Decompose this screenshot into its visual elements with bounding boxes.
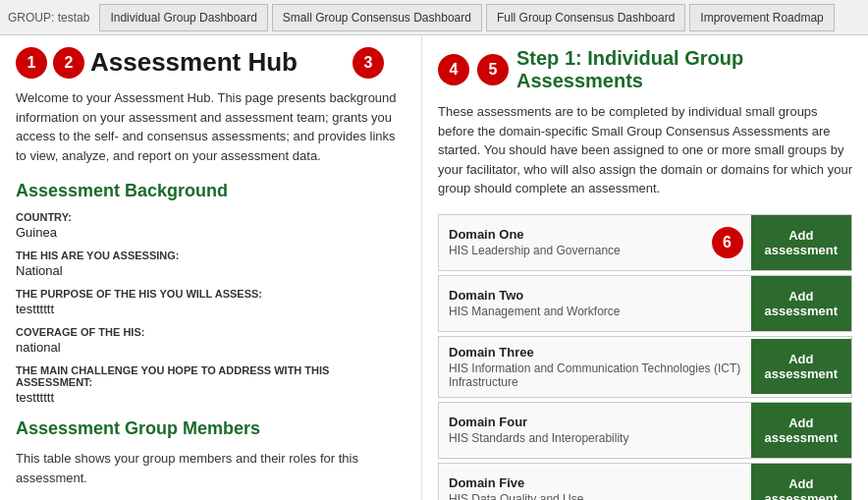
add-assessment-button-5[interactable]: Addassessment [751, 464, 851, 501]
domain-row-1: Domain One HIS Leadership and Governance… [438, 214, 852, 271]
domain-row-2: Domain Two HIS Management and Workforce … [438, 275, 852, 332]
domain-info-1: Domain One HIS Leadership and Governance [439, 219, 712, 265]
domain-subtitle-4: HIS Standards and Interoperability [449, 431, 741, 445]
domain-name-3: Domain Three [449, 345, 741, 360]
domain-info-3: Domain Three HIS Information and Communi… [439, 337, 751, 397]
members-text: This table shows your group members and … [16, 449, 406, 487]
circle-3: 3 [353, 47, 384, 79]
tab-small-group[interactable]: Small Group Consensus Dashboard [272, 4, 482, 31]
circle-4: 4 [438, 54, 469, 85]
tab-improvement[interactable]: Improvement Roadmap [689, 4, 834, 31]
intro-text: Welcome to your Assessment Hub. This pag… [16, 88, 406, 165]
domain-name-5: Domain Five [449, 475, 741, 490]
page-title: Assessment Hub [90, 47, 298, 78]
add-assessment-button-4[interactable]: Addassessment [751, 403, 851, 458]
field-coverage: COVERAGE OF THE HIS: national [16, 326, 406, 355]
add-assessment-button-3[interactable]: Addassessment [751, 339, 851, 394]
field-country: COUNTRY: Guinea [16, 211, 406, 240]
tab-individual[interactable]: Individual Group Dashboard [99, 4, 267, 31]
field-label-his: THE HIS ARE YOU ASSESSING: [16, 250, 406, 261]
domain-row-3: Domain Three HIS Information and Communi… [438, 336, 852, 398]
background-heading: Assessment Background [16, 181, 406, 201]
domain-row-4: Domain Four HIS Standards and Interopera… [438, 402, 852, 459]
left-panel: 1 2 Assessment Hub 3 Welcome to your Ass… [0, 35, 422, 500]
field-his: THE HIS ARE YOU ASSESSING: National [16, 250, 406, 278]
right-panel: 4 5 Step 1: Individual Group Assessments… [422, 35, 868, 500]
field-purpose: THE PURPOSE OF THE HIS YOU WILL ASSESS: … [16, 288, 406, 316]
domain-name-1: Domain One [449, 227, 702, 242]
step-heading-row: 4 5 Step 1: Individual Group Assessments [438, 47, 852, 92]
step-description: These assessments are to be completed by… [438, 102, 852, 198]
top-navigation: GROUP: testab Individual Group Dashboard… [0, 0, 868, 35]
group-label: GROUP: testab [8, 11, 89, 25]
step-heading: Step 1: Individual Group Assessments [516, 47, 852, 92]
field-label-challenge: THE MAIN CHALLENGE YOU HOPE TO ADDRESS W… [16, 364, 406, 388]
field-value-purpose: testttttt [16, 302, 406, 316]
domain-name-4: Domain Four [449, 415, 741, 429]
add-assessment-button-2[interactable]: Addassessment [751, 276, 851, 331]
domain-subtitle-5: HIS Data Quality and Use [449, 492, 741, 500]
domain-info-5: Domain Five HIS Data Quality and Use [439, 468, 751, 500]
add-assessment-button-1[interactable]: Addassessment [751, 215, 851, 270]
domain-subtitle-3: HIS Information and Communication Techno… [449, 361, 741, 389]
domain-subtitle-2: HIS Management and Workforce [449, 305, 741, 318]
circle-6: 6 [712, 227, 743, 258]
field-label-coverage: COVERAGE OF THE HIS: [16, 326, 406, 338]
circle-5: 5 [477, 54, 509, 85]
field-label-country: COUNTRY: [16, 211, 406, 223]
field-value-his: National [16, 263, 406, 278]
domain-name-2: Domain Two [449, 288, 741, 303]
main-content: 1 2 Assessment Hub 3 Welcome to your Ass… [0, 35, 868, 500]
circle-1: 1 [16, 47, 47, 79]
members-heading: Assessment Group Members [16, 418, 406, 439]
domain-subtitle-1: HIS Leadership and Governance [449, 244, 702, 257]
tab-full-group[interactable]: Full Group Consensus Dashboard [486, 4, 685, 31]
circle-2: 2 [53, 47, 84, 79]
domain-info-2: Domain Two HIS Management and Workforce [439, 280, 751, 326]
field-value-country: Guinea [16, 225, 406, 240]
field-value-coverage: national [16, 340, 406, 355]
field-value-challenge: testttttt [16, 390, 406, 405]
domain-row-5: Domain Five HIS Data Quality and Use Add… [438, 463, 852, 501]
field-label-purpose: THE PURPOSE OF THE HIS YOU WILL ASSESS: [16, 288, 406, 300]
domain-info-4: Domain Four HIS Standards and Interopera… [439, 407, 751, 453]
field-challenge: THE MAIN CHALLENGE YOU HOPE TO ADDRESS W… [16, 364, 406, 405]
